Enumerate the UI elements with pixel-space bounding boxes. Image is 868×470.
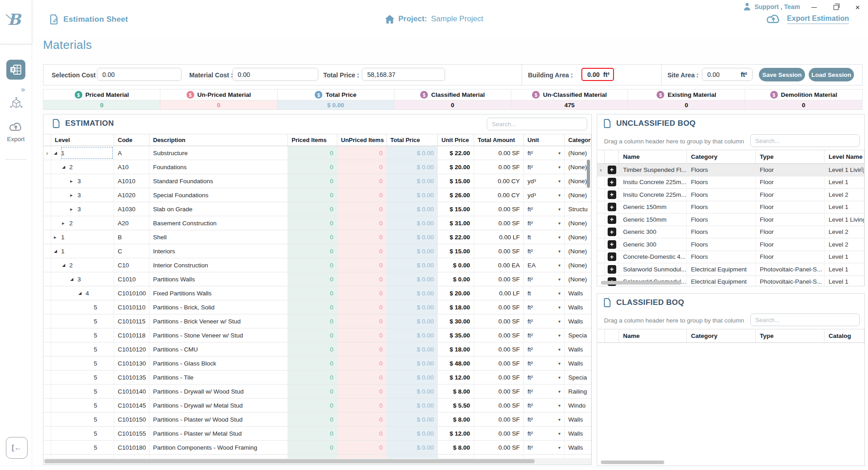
unit-cell[interactable]: ft² ▾ — [524, 413, 565, 426]
estimation-row[interactable]: 5 C1010155 Partitions - Plaster w/ Metal… — [43, 427, 591, 441]
total-amount-cell[interactable]: 0.00 LF — [474, 230, 524, 244]
unit-price-cell[interactable]: $ 20.00 — [438, 160, 474, 174]
name-cell[interactable]: Generic 150mm — [619, 201, 687, 214]
total-amount-cell[interactable]: 0.00 SF — [474, 385, 524, 398]
estimation-row[interactable]: 2 A20 Basement Construction 0 0 $ 0.00 $… — [43, 216, 591, 230]
tree-expand-icon[interactable] — [54, 151, 61, 155]
chevron-down-icon[interactable]: ▾ — [558, 417, 561, 422]
unit-price-cell[interactable]: $ 35.00 — [438, 328, 474, 342]
unit-price-cell[interactable]: $ 31.00 — [438, 216, 474, 230]
total-amount-cell[interactable]: 0.00 SF — [474, 160, 524, 174]
total-amount-cell[interactable]: 0.00 SF — [474, 356, 524, 370]
tree-expand-icon[interactable] — [54, 249, 61, 253]
total-price-cell[interactable]: $ 0.00 — [387, 230, 438, 244]
total-price-cell[interactable]: $ 0.00 — [387, 427, 438, 440]
total-amount-cell[interactable]: 0.00 CY — [474, 174, 524, 188]
level-name-cell[interactable]: Level 1 Living — [825, 214, 864, 226]
unpriced-items-cell[interactable]: 0 — [337, 160, 387, 174]
priced-items-cell[interactable]: 0 — [288, 356, 337, 370]
row-caret[interactable] — [43, 342, 51, 356]
level-cell[interactable]: 5 — [51, 385, 114, 398]
boq-row[interactable]: + Generic 150mm Floors Floor Level 1 Liv… — [597, 214, 864, 226]
unpriced-items-cell[interactable]: 0 — [337, 370, 387, 384]
total-price-cell[interactable]: $ 0.00 — [387, 441, 438, 454]
row-caret[interactable] — [43, 174, 51, 188]
level-cell[interactable]: 5 — [51, 356, 114, 370]
column-header[interactable]: Category — [565, 134, 591, 146]
level-name-cell[interactable]: Level 2 — [825, 226, 864, 238]
category-cell[interactable]: (None) — [565, 146, 591, 160]
category-cell[interactable]: Specia — [565, 328, 591, 342]
column-header[interactable]: Category — [687, 150, 756, 163]
tree-expand-icon[interactable] — [62, 165, 69, 169]
unclassified-search-input[interactable] — [750, 134, 860, 147]
total-price-cell[interactable]: $ 0.00 — [387, 328, 438, 342]
unit-price-cell[interactable]: $ 8.00 — [438, 413, 474, 426]
priced-items-cell[interactable]: 0 — [288, 216, 337, 230]
estimation-row[interactable]: 4 C1010100 Fixed Partitions Walls 0 0 $ … — [43, 286, 591, 300]
description-cell[interactable]: Partitions - CMU — [149, 342, 288, 356]
add-item-button[interactable]: + — [608, 265, 616, 274]
close-button[interactable]: × — [851, 1, 864, 13]
type-cell[interactable]: Photovoltaic-Panel-S... — [756, 276, 825, 287]
name-cell[interactable]: Timber Suspended Fl... — [619, 164, 687, 176]
boq-row[interactable]: + Generic 300 Floors Floor Level 2 — [597, 226, 864, 239]
category-cell[interactable]: Floors — [687, 189, 756, 201]
estimation-search-input[interactable] — [487, 118, 587, 130]
total-price-cell[interactable]: $ 0.00 — [387, 399, 438, 412]
unpriced-items-cell[interactable]: 0 — [337, 174, 387, 188]
priced-items-cell[interactable]: 0 — [288, 174, 337, 188]
estimation-row[interactable]: 2 C10 Interior Construction 0 0 $ 0.00 $… — [43, 258, 591, 272]
type-cell[interactable]: Floor — [756, 164, 825, 176]
column-header[interactable]: Name — [619, 329, 687, 342]
code-cell[interactable]: C1010130 — [114, 356, 149, 370]
unit-cell[interactable]: ft² ▾ — [524, 356, 565, 370]
tree-expand-icon[interactable] — [70, 277, 77, 281]
level-name-cell[interactable]: Level 1 — [825, 176, 864, 189]
total-amount-cell[interactable]: 0.00 SF — [474, 272, 524, 286]
code-cell[interactable]: C1010180 — [114, 441, 149, 454]
chevron-down-icon[interactable]: ▾ — [558, 249, 561, 254]
category-cell[interactable]: (None) — [565, 188, 591, 202]
column-header[interactable]: Level Name — [825, 150, 864, 163]
material-cost-field[interactable]: 0.00 — [232, 68, 318, 81]
chevron-down-icon[interactable]: ▾ — [558, 151, 561, 156]
total-amount-cell[interactable]: 0.00 SF — [474, 202, 524, 216]
unit-price-cell[interactable]: $ 18.00 — [438, 342, 474, 356]
column-header[interactable]: Unit — [524, 134, 565, 146]
description-cell[interactable]: Interior Construction — [149, 258, 288, 272]
estimation-column-headers[interactable]: Level Code Description Priced Items UnPr… — [43, 134, 591, 146]
horizontal-scrollbar-thumb[interactable] — [601, 281, 681, 285]
unit-cell[interactable]: ft² ▾ — [524, 244, 565, 258]
description-cell[interactable]: Special Foundations — [149, 188, 288, 202]
total-price-cell[interactable]: $ 0.00 — [387, 174, 438, 188]
code-cell[interactable]: C10 — [114, 258, 149, 272]
export-estimation-link[interactable]: Export Estimation — [765, 13, 849, 25]
category-cell[interactable]: Walls — [565, 342, 591, 356]
unpriced-items-cell[interactable]: 0 — [337, 216, 387, 230]
unpriced-items-cell[interactable]: 0 — [337, 230, 387, 244]
row-caret[interactable] — [43, 216, 51, 230]
group-by-hint[interactable]: Drag a column header here to group by th… — [604, 138, 744, 145]
category-cell[interactable]: Floors — [687, 238, 756, 251]
level-cell[interactable]: 1 — [51, 230, 114, 244]
priced-items-cell[interactable]: 0 — [288, 300, 337, 314]
row-caret[interactable] — [43, 413, 51, 426]
collapse-chevrons-icon[interactable]: » — [21, 85, 24, 94]
chevron-down-icon[interactable]: ▾ — [558, 305, 561, 310]
level-cell[interactable]: 5 — [51, 342, 114, 356]
category-cell[interactable]: Floors — [687, 164, 756, 176]
unpriced-items-cell[interactable]: 0 — [337, 342, 387, 356]
name-cell[interactable]: Generic 300 — [619, 226, 687, 238]
row-caret[interactable] — [43, 356, 51, 370]
estimation-row[interactable]: 5 C1010145 Partitions - Drywall w/ Metal… — [43, 399, 591, 413]
vertical-scrollbar[interactable] — [861, 167, 863, 172]
level-cell[interactable]: 2 — [51, 216, 114, 230]
priced-items-cell[interactable]: 0 — [288, 244, 337, 258]
code-cell[interactable]: C1010 — [114, 272, 149, 286]
column-header[interactable]: Category — [687, 329, 756, 342]
row-caret[interactable] — [597, 238, 605, 251]
total-amount-cell[interactable]: 0.00 SF — [474, 441, 524, 454]
unit-cell[interactable]: ft² ▾ — [524, 202, 565, 216]
chevron-down-icon[interactable]: ▾ — [558, 389, 561, 394]
